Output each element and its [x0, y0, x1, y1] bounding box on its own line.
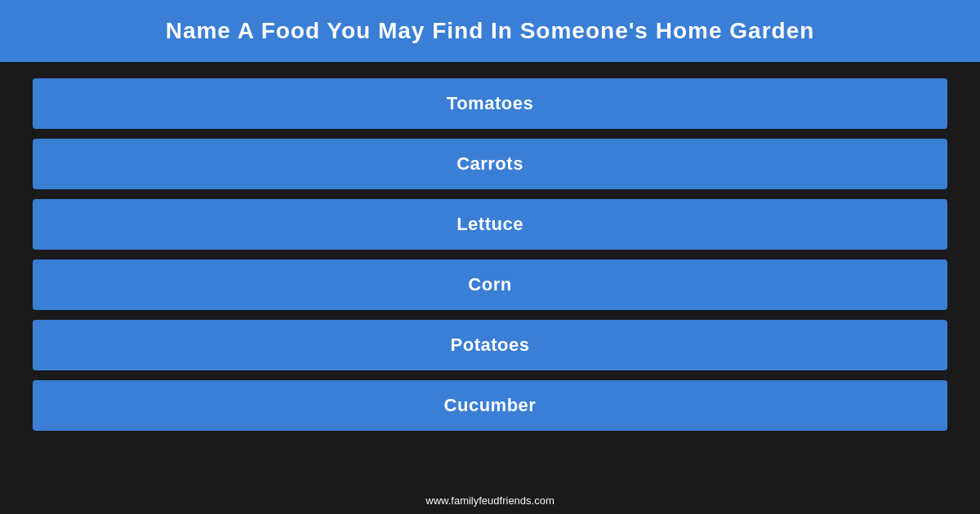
answer-text: Potatoes [451, 335, 530, 355]
answer-row[interactable]: Lettuce [33, 199, 947, 250]
answer-row[interactable]: Cucumber [33, 380, 947, 431]
footer: www.familyfeudfriends.com [0, 486, 980, 514]
answer-row[interactable]: Tomatoes [33, 78, 947, 129]
answer-text: Lettuce [457, 214, 523, 234]
answer-text: Tomatoes [447, 93, 533, 113]
footer-url: www.familyfeudfriends.com [425, 494, 555, 507]
header: Name A Food You May Find In Someone's Ho… [0, 0, 980, 65]
answer-row[interactable]: Carrots [33, 139, 947, 189]
answer-row[interactable]: Potatoes [33, 320, 947, 370]
answers-container: TomatoesCarrotsLettuceCornPotatoesCucumb… [0, 65, 980, 486]
answer-row[interactable]: Corn [33, 259, 947, 310]
page-title: Name A Food You May Find In Someone's Ho… [166, 18, 815, 43]
answer-text: Cucumber [444, 395, 537, 415]
answer-text: Corn [468, 274, 511, 295]
answer-text: Carrots [457, 153, 523, 174]
